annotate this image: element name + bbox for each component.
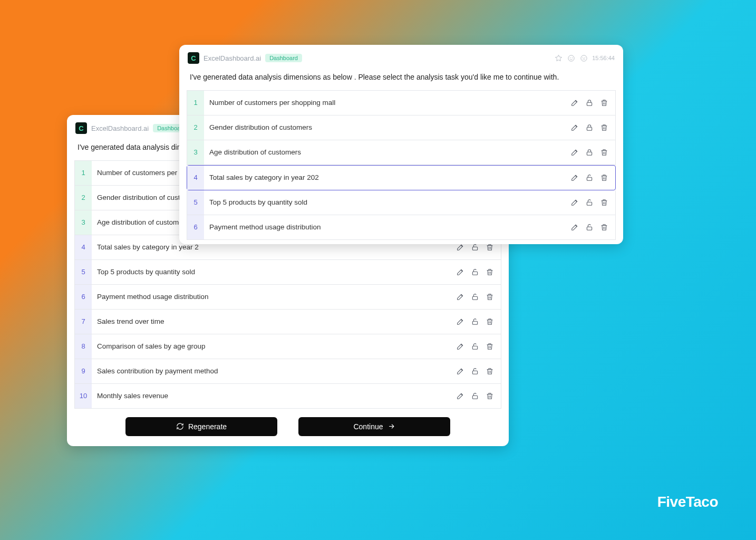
app-name: ExcelDashboard.ai	[91, 124, 149, 132]
unlock-icon[interactable]	[585, 173, 594, 182]
smile-icon[interactable]	[567, 54, 575, 62]
unlock-icon[interactable]	[470, 267, 480, 277]
button-row: Regenerate Continue	[74, 417, 501, 436]
edit-icon[interactable]	[455, 317, 465, 326]
svg-rect-9	[472, 396, 477, 399]
task-list: 1Number of customers per shopping mall2G…	[187, 90, 616, 240]
edit-icon[interactable]	[570, 173, 579, 182]
task-number: 7	[75, 310, 92, 334]
task-actions	[455, 391, 501, 401]
edit-icon[interactable]	[570, 198, 579, 207]
svg-rect-6	[472, 321, 477, 324]
edit-icon[interactable]	[455, 342, 465, 351]
task-row[interactable]: 9Sales contribution by payment method	[74, 359, 501, 384]
svg-rect-7	[472, 346, 477, 349]
task-actions	[455, 267, 501, 277]
timestamp: 15:56:44	[592, 55, 615, 61]
task-label: Top 5 products by quantity sold	[204, 198, 570, 206]
unlock-icon[interactable]	[470, 367, 480, 376]
task-label: Sales contribution by payment method	[92, 367, 455, 375]
task-label: Payment method usage distribution	[204, 223, 570, 231]
unlock-icon[interactable]	[470, 317, 480, 326]
task-number: 8	[75, 334, 92, 359]
lock-icon[interactable]	[585, 98, 594, 108]
dashboard-badge: Dashboard	[265, 54, 302, 62]
task-label: Gender distribution of customers	[204, 123, 570, 131]
frown-icon[interactable]	[579, 54, 588, 62]
task-number: 10	[75, 384, 92, 408]
svg-point-11	[570, 57, 570, 57]
task-label: Number of customers per shopping mall	[204, 99, 570, 107]
continue-button[interactable]: Continue	[298, 417, 450, 436]
task-row[interactable]: 1Number of customers per shopping mall	[187, 90, 616, 115]
trash-icon[interactable]	[485, 292, 495, 302]
trash-icon[interactable]	[485, 367, 495, 376]
svg-rect-21	[587, 227, 592, 230]
trash-icon[interactable]	[485, 342, 495, 351]
front-card: C ExcelDashboard.ai Dashboard 15:56:44 I…	[179, 45, 623, 244]
task-actions	[570, 123, 615, 132]
task-number: 5	[75, 260, 92, 284]
star-icon[interactable]	[554, 54, 563, 62]
task-number: 4	[187, 166, 204, 190]
unlock-icon[interactable]	[585, 198, 594, 207]
task-row[interactable]: 3Age distribution of customers	[187, 140, 616, 165]
task-row[interactable]: 5Top 5 products by quantity sold	[74, 260, 501, 285]
unlock-icon[interactable]	[470, 342, 480, 351]
header-actions: 15:56:44	[554, 54, 615, 62]
task-number: 9	[75, 359, 92, 383]
edit-icon[interactable]	[570, 148, 579, 157]
svg-point-10	[568, 55, 574, 61]
task-actions	[570, 198, 615, 207]
task-row[interactable]: 6Payment method usage distribution	[187, 215, 616, 240]
task-row[interactable]: 10Monthly sales revenue	[74, 384, 501, 409]
task-actions	[570, 148, 615, 157]
unlock-icon[interactable]	[470, 292, 480, 302]
task-row[interactable]: 4Total sales by category in year 202	[187, 165, 616, 190]
trash-icon[interactable]	[485, 391, 495, 401]
trash-icon[interactable]	[599, 198, 609, 207]
regenerate-button[interactable]: Regenerate	[125, 417, 277, 436]
svg-point-13	[581, 55, 587, 61]
trash-icon[interactable]	[485, 267, 495, 277]
task-label: Monthly sales revenue	[92, 392, 455, 400]
edit-icon[interactable]	[570, 223, 579, 232]
task-row[interactable]: 8Comparison of sales by age group	[74, 334, 501, 359]
edit-icon[interactable]	[570, 123, 579, 132]
edit-icon[interactable]	[455, 391, 465, 401]
trash-icon[interactable]	[599, 148, 609, 157]
trash-icon[interactable]	[485, 317, 495, 326]
trash-icon[interactable]	[599, 173, 609, 182]
trash-icon[interactable]	[599, 223, 609, 232]
unlock-icon[interactable]	[470, 391, 480, 401]
svg-rect-8	[472, 371, 477, 374]
watermark: FiveTaco	[657, 494, 718, 510]
task-row[interactable]: 2Gender distribution of customers	[187, 115, 616, 140]
edit-icon[interactable]	[455, 267, 465, 277]
svg-rect-5	[472, 296, 477, 300]
trash-icon[interactable]	[599, 123, 609, 132]
trash-icon[interactable]	[599, 98, 609, 108]
task-number: 6	[187, 215, 204, 239]
lock-icon[interactable]	[585, 123, 594, 132]
lock-icon[interactable]	[585, 148, 594, 157]
edit-icon[interactable]	[455, 367, 465, 376]
edit-icon[interactable]	[570, 98, 579, 108]
task-label: Comparison of sales by age group	[92, 342, 455, 350]
continue-label: Continue	[353, 422, 383, 431]
unlock-icon[interactable]	[585, 223, 594, 232]
task-actions	[455, 342, 501, 351]
edit-icon[interactable]	[455, 292, 465, 302]
task-number: 3	[187, 140, 204, 165]
task-number: 1	[187, 91, 204, 115]
svg-point-12	[572, 57, 573, 57]
prompt-text: I've generated data analysis dimensions …	[187, 68, 616, 90]
task-row[interactable]: 5Top 5 products by quantity sold	[187, 190, 616, 215]
task-number: 3	[75, 210, 92, 235]
svg-rect-18	[587, 152, 592, 155]
task-row[interactable]: 6Payment method usage distribution	[74, 285, 501, 310]
svg-point-15	[585, 57, 585, 57]
svg-rect-20	[587, 202, 592, 205]
task-label: Total sales by category in year 202	[204, 173, 570, 181]
task-row[interactable]: 7Sales trend over time	[74, 310, 501, 334]
